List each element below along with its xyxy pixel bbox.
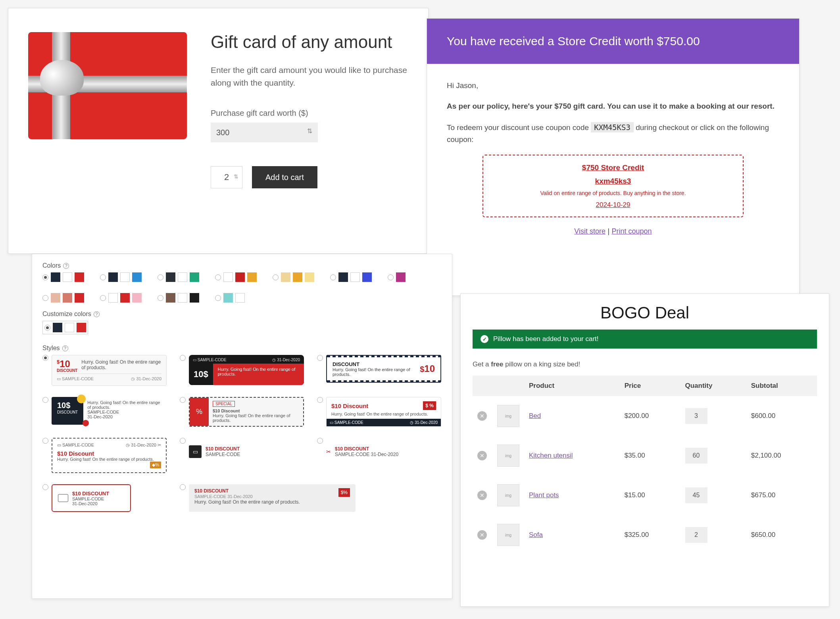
col-price: Price <box>620 376 680 396</box>
radio-icon[interactable] <box>100 274 106 280</box>
coupon-style-11[interactable]: $10 DISCOUNTSAMPLE-CODE 31-Dec-2020Hurry… <box>189 484 356 512</box>
radio-icon[interactable] <box>158 295 163 301</box>
styles-label: Styles ? <box>42 345 442 352</box>
quantity-input[interactable] <box>685 408 707 424</box>
success-message: ✓ Pillow has been added to your cart! <box>473 330 817 349</box>
color-swatch-option[interactable] <box>158 293 199 303</box>
color-swatch-option[interactable] <box>273 272 314 282</box>
ticket-icon: ▭ <box>189 445 202 458</box>
style-radio[interactable] <box>317 397 323 403</box>
product-thumbnail: img <box>497 405 519 427</box>
swatch[interactable] <box>65 323 74 332</box>
remove-item-button[interactable]: ✕ <box>477 491 487 500</box>
tag-icon: $% <box>338 488 350 497</box>
visit-store-link[interactable]: Visit store <box>574 227 605 235</box>
style-radio[interactable] <box>42 484 48 490</box>
table-row: ✕imgBed$200.00$600.00 <box>473 396 817 436</box>
color-swatch-option[interactable] <box>100 293 142 303</box>
style-radio[interactable] <box>180 484 186 490</box>
radio-icon[interactable] <box>42 274 48 280</box>
table-row: ✕imgPlant pots$15.00$675.00 <box>473 475 817 515</box>
radio-icon[interactable] <box>42 295 48 301</box>
style-radio[interactable] <box>180 397 186 403</box>
coupon-style-2[interactable]: ▭ SAMPLE-CODE◷ 31-Dec-2020 10$ Hurry. Go… <box>189 355 304 385</box>
gift-amount-input[interactable] <box>211 123 318 142</box>
store-credit-email-panel: You have received a Store Credit worth $… <box>427 18 800 296</box>
coupon-style-6[interactable]: $10 Discount$ % Hurry. Going fast! On th… <box>326 397 441 427</box>
coupon-desc: Valid on entire range of products. Buy a… <box>495 189 731 197</box>
scissors-icon: ✂ <box>326 448 331 455</box>
remove-item-button[interactable]: ✕ <box>477 530 487 540</box>
tag-icon: ◆% <box>150 462 161 468</box>
help-icon[interactable]: ? <box>62 345 68 351</box>
remove-item-button[interactable]: ✕ <box>477 411 487 421</box>
ticket-icon <box>58 494 68 502</box>
coupon-box[interactable]: $750 Store Credit kxm45ks3 Valid on enti… <box>482 155 744 217</box>
print-coupon-link[interactable]: Print coupon <box>612 227 652 235</box>
color-swatch-option[interactable] <box>388 272 406 282</box>
product-link[interactable]: Bed <box>529 412 541 420</box>
coupon-style-8[interactable]: ▭ $10 DISCOUNTSAMPLE-CODE <box>189 438 304 466</box>
radio-icon[interactable] <box>330 274 336 280</box>
quantity-input[interactable] <box>685 527 707 543</box>
swatch <box>350 272 360 282</box>
coupon-style-7[interactable]: ▭ SAMPLE-CODE◷ 31-Dec-2020 ✂ $10 Discoun… <box>52 438 167 473</box>
email-header: You have received a Store Credit worth $… <box>427 19 799 64</box>
swatch <box>293 272 302 282</box>
color-swatch-option[interactable] <box>215 272 257 282</box>
checkmark-icon: ✓ <box>481 335 488 343</box>
coupon-code-inline: KXM45KS3 <box>591 122 634 132</box>
coupon-style-9[interactable]: ✂ $10 DISCOUNTSAMPLE-CODE 31-Dec-2020 <box>326 438 441 466</box>
swatch <box>223 272 233 282</box>
coupon-style-10[interactable]: $10 DISCOUNTSAMPLE-CODE31-Dec-2020 <box>52 484 131 512</box>
color-swatch-option[interactable] <box>330 272 372 282</box>
swatch <box>190 293 199 303</box>
gift-amount-label: Purchase gift card worth ($) <box>211 109 408 118</box>
swatch[interactable] <box>53 323 62 332</box>
color-swatch-option[interactable] <box>158 272 199 282</box>
remove-item-button[interactable]: ✕ <box>477 451 487 460</box>
table-row: ✕imgSofa$325.00$650.00 <box>473 515 817 555</box>
style-radio[interactable] <box>42 355 48 361</box>
coupon-style-3[interactable]: DISCOUNTHurry. Going fast! On the entire… <box>326 355 441 383</box>
color-swatch-option[interactable] <box>42 293 84 303</box>
quantity-input[interactable] <box>685 487 707 503</box>
customize-colors-row[interactable] <box>42 321 88 334</box>
table-row: ✕imgKitchen utensil$35.00$2,100.00 <box>473 436 817 475</box>
swatch[interactable] <box>77 323 86 332</box>
product-thumbnail: img <box>497 484 519 506</box>
percent-icon: $ % <box>423 401 436 410</box>
radio-icon[interactable] <box>388 274 394 280</box>
radio-icon[interactable] <box>215 274 221 280</box>
product-link[interactable]: Sofa <box>529 531 543 539</box>
gift-quantity-input[interactable] <box>211 166 242 188</box>
radio-icon[interactable] <box>273 274 279 280</box>
color-swatch-option[interactable] <box>42 272 84 282</box>
radio-icon[interactable] <box>215 295 221 301</box>
product-link[interactable]: Kitchen utensil <box>529 452 573 459</box>
add-to-cart-button[interactable]: Add to cart <box>252 166 317 188</box>
swatch <box>75 293 84 303</box>
product-link[interactable]: Plant pots <box>529 491 559 499</box>
swatch <box>63 272 72 282</box>
color-swatch-option[interactable] <box>100 272 142 282</box>
help-icon[interactable]: ? <box>63 263 69 269</box>
style-radio[interactable] <box>317 355 323 361</box>
color-swatch-option[interactable] <box>215 293 245 303</box>
style-radio[interactable] <box>42 438 48 444</box>
style-radio[interactable] <box>42 397 48 403</box>
swatch <box>120 293 130 303</box>
style-radio[interactable] <box>180 438 186 444</box>
radio-selected-icon[interactable] <box>44 325 50 331</box>
radio-icon[interactable] <box>100 295 106 301</box>
coupon-style-4[interactable]: 10$DISCOUNT Hurry. Going fast! On the en… <box>52 397 167 425</box>
style-radio[interactable] <box>317 438 323 444</box>
quantity-input[interactable] <box>685 448 707 464</box>
coupon-style-5[interactable]: % SPECIAL$10 DiscountHurry. Going fast! … <box>189 397 304 427</box>
help-icon[interactable]: ? <box>94 311 100 317</box>
swatch <box>166 272 175 282</box>
coupon-style-1[interactable]: $10DISCOUNT Hurry. Going fast! On the en… <box>52 355 167 386</box>
style-radio[interactable] <box>180 355 186 361</box>
swatch <box>235 293 245 303</box>
radio-icon[interactable] <box>158 274 163 280</box>
